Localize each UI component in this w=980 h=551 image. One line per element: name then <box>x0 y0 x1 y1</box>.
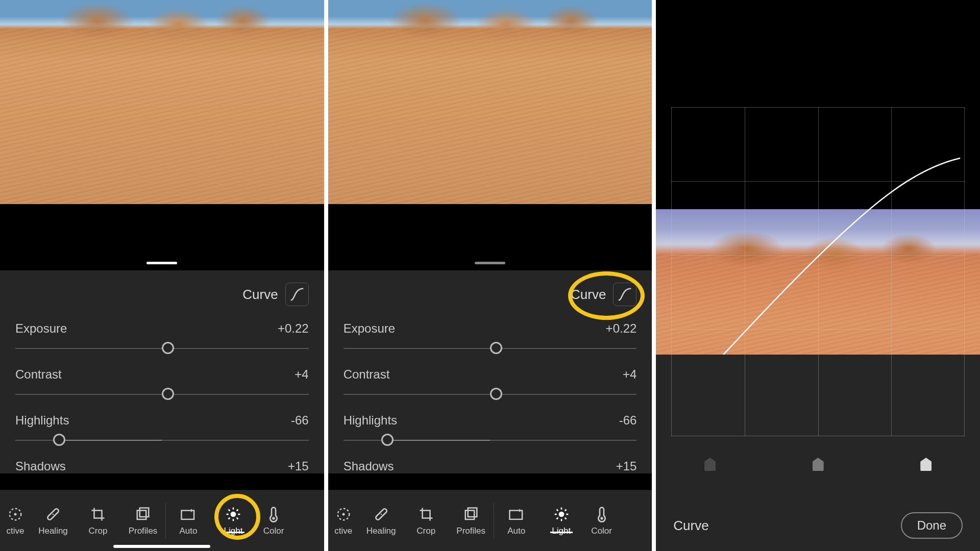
collapse-area <box>328 204 652 270</box>
home-indicator[interactable] <box>113 545 210 548</box>
collapse-area <box>0 204 324 270</box>
curve-button[interactable] <box>613 283 636 306</box>
svg-point-1 <box>14 513 17 515</box>
svg-point-16 <box>272 517 275 519</box>
tone-region-sliders[interactable] <box>656 449 980 480</box>
sun-icon <box>553 506 570 523</box>
svg-point-24 <box>558 511 564 517</box>
curve-footer-label: Curve <box>673 518 708 534</box>
three-panel-tutorial: Curve Exposure +0.22 Contrast +4 <box>0 0 980 551</box>
sun-icon <box>225 506 241 523</box>
profiles-icon <box>463 506 479 523</box>
exposure-slider[interactable]: Exposure +0.22 <box>344 321 637 354</box>
contrast-slider[interactable]: Contrast +4 <box>15 367 309 400</box>
contrast-slider[interactable]: Contrast +4 <box>344 367 637 400</box>
exposure-slider[interactable]: Exposure +0.22 <box>15 321 309 354</box>
svg-line-13 <box>237 517 238 519</box>
tool-profiles[interactable]: Profiles <box>449 506 494 536</box>
drag-handle[interactable] <box>475 262 505 264</box>
svg-point-33 <box>600 517 603 519</box>
bottom-toolbar: ctive Healing Crop Profiles Auto Light <box>328 490 652 551</box>
svg-rect-5 <box>140 508 149 517</box>
svg-line-32 <box>565 509 566 511</box>
tool-light[interactable]: Light <box>539 506 584 536</box>
svg-line-14 <box>229 517 230 519</box>
curve-icon <box>617 287 632 302</box>
slider-value: +4 <box>295 367 308 382</box>
svg-point-3 <box>53 513 54 515</box>
light-controls: Curve Exposure +0.22 Contrast +4 <box>0 270 324 473</box>
bottom-toolbar: ctive Healing Crop Profiles Auto Light <box>0 490 324 551</box>
svg-point-20 <box>380 513 382 515</box>
highlights-slider[interactable]: Highlights -66 <box>15 413 309 446</box>
svg-line-12 <box>229 509 230 511</box>
svg-rect-22 <box>468 508 477 517</box>
done-button[interactable]: Done <box>901 512 963 539</box>
auto-icon <box>508 506 525 523</box>
highlights-slider[interactable]: Highlights -66 <box>344 413 637 446</box>
tool-selective[interactable]: ctive <box>0 506 31 536</box>
tool-color[interactable]: Color <box>256 506 291 536</box>
tool-healing[interactable]: Healing <box>31 506 76 536</box>
tool-crop[interactable]: Crop <box>404 506 449 536</box>
slider-label: Contrast <box>15 367 62 382</box>
slider-label: Exposure <box>344 321 395 336</box>
tool-crop[interactable]: Crop <box>76 506 120 536</box>
slider-label: Contrast <box>344 367 390 382</box>
slider-value: -66 <box>619 413 637 428</box>
svg-rect-6 <box>181 510 194 519</box>
svg-rect-4 <box>137 510 146 519</box>
light-controls: Curve Exposure +0.22 Contrast +4 <box>328 270 652 473</box>
tool-selective[interactable]: ctive <box>328 506 359 536</box>
tool-color[interactable]: Color <box>584 506 620 536</box>
photo-preview[interactable] <box>0 0 324 204</box>
slider-label: Shadows <box>344 459 394 473</box>
svg-line-29 <box>556 509 558 511</box>
shadows-slider[interactable]: Shadows +15 <box>344 459 637 473</box>
bandage-icon <box>45 506 61 523</box>
slider-value: +15 <box>616 459 637 473</box>
crop-icon <box>90 506 106 523</box>
panel-light-selected: Curve Exposure +0.22 Contrast +4 <box>0 0 324 551</box>
slider-label: Highlights <box>344 413 397 428</box>
tool-healing[interactable]: Healing <box>359 506 404 536</box>
panel-curve-highlighted: Curve Exposure +0.22 Contrast +4 <box>328 0 652 551</box>
slider-value: +4 <box>623 367 636 382</box>
profiles-icon <box>135 506 151 523</box>
svg-point-18 <box>342 513 345 515</box>
midtones-split-knob[interactable] <box>813 458 824 471</box>
slider-value: +0.22 <box>606 321 637 336</box>
auto-icon <box>180 506 197 523</box>
curve-label: Curve <box>242 287 278 303</box>
target-icon <box>8 506 23 523</box>
shadows-slider[interactable]: Shadows +15 <box>15 459 309 473</box>
curve-footer: Curve Done <box>656 500 980 551</box>
svg-rect-21 <box>465 510 474 519</box>
svg-line-15 <box>237 509 238 511</box>
slider-value: -66 <box>291 413 309 428</box>
slider-label: Shadows <box>15 459 66 473</box>
photo-preview[interactable] <box>328 0 652 204</box>
target-icon <box>336 506 351 523</box>
svg-rect-23 <box>509 510 522 519</box>
thermometer-icon <box>596 506 607 523</box>
shadows-split-knob[interactable] <box>704 458 716 471</box>
tool-light[interactable]: Light <box>211 506 256 536</box>
tool-auto[interactable]: Auto <box>494 506 539 536</box>
slider-value: +0.22 <box>278 321 309 336</box>
drag-handle[interactable] <box>146 262 177 264</box>
letterbox-top <box>656 0 980 105</box>
curve-icon <box>289 287 305 302</box>
crop-icon <box>419 506 434 523</box>
curve-label: Curve <box>571 287 606 303</box>
highlights-split-knob[interactable] <box>920 458 932 471</box>
slider-label: Highlights <box>15 413 69 428</box>
tool-auto[interactable]: Auto <box>166 506 211 536</box>
svg-point-7 <box>231 511 236 517</box>
tool-profiles[interactable]: Profiles <box>120 506 165 536</box>
slider-value: +15 <box>288 459 309 473</box>
curve-button[interactable] <box>285 283 309 306</box>
svg-line-30 <box>565 517 566 519</box>
bandage-icon <box>373 506 389 523</box>
slider-label: Exposure <box>15 321 67 336</box>
